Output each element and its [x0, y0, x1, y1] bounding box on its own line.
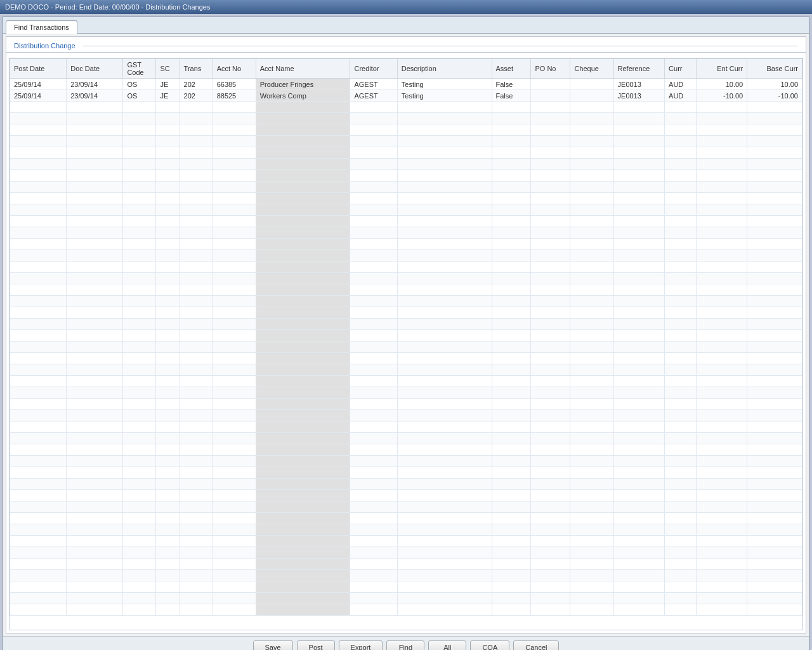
cell-postDate: 25/09/14: [10, 90, 67, 102]
empty-row: [10, 319, 802, 330]
cell-creditor: AGEST: [350, 90, 397, 102]
tab-bar: Find Transactions: [3, 17, 809, 34]
col-description: Description: [397, 59, 492, 79]
empty-row: [10, 216, 802, 227]
empty-row: [10, 136, 802, 147]
cell-acctName: Workers Comp: [256, 90, 350, 102]
empty-row: [10, 399, 802, 410]
empty-row: [10, 387, 802, 399]
empty-row: [10, 410, 802, 421]
empty-row: [10, 604, 802, 616]
cell-postDate: 25/09/14: [10, 79, 67, 90]
empty-row: [10, 433, 802, 444]
grid-wrapper[interactable]: Post Date Doc Date GSTCode SC Trans Acct…: [9, 58, 803, 630]
empty-row: [10, 147, 802, 159]
cell-baseCurr: -10.00: [747, 90, 802, 102]
cell-gstCode: OS: [123, 79, 156, 90]
empty-row: [10, 262, 802, 273]
main-window: Find Transactions Distribution Change Po…: [3, 17, 809, 650]
cell-acctNo: 66385: [213, 79, 256, 90]
empty-row: [10, 456, 802, 467]
table-row[interactable]: 25/09/1423/09/14OSJE20266385Producer Fri…: [10, 79, 802, 90]
empty-row: [10, 570, 802, 581]
empty-row: [10, 159, 802, 170]
empty-row: [10, 479, 802, 490]
empty-row: [10, 536, 802, 547]
col-acct-name: Acct Name: [256, 59, 350, 79]
title-text: DEMO DOCO - Period: End Date: 00/00/00 -…: [5, 3, 210, 11]
post-button[interactable]: Post: [297, 640, 335, 650]
empty-row: [10, 182, 802, 193]
cell-description: Testing: [397, 90, 492, 102]
table-body: 25/09/1423/09/14OSJE20266385Producer Fri…: [10, 79, 802, 616]
cell-sc: JE: [156, 90, 180, 102]
empty-row: [10, 513, 802, 524]
cell-curr: AUD: [665, 79, 697, 90]
section-header: Distribution Change: [6, 37, 806, 53]
cell-acctNo: 88525: [213, 90, 256, 102]
cell-reference: JE0013: [613, 79, 665, 90]
empty-row: [10, 353, 802, 364]
cell-entCurr: -10.00: [696, 90, 747, 102]
empty-row: [10, 124, 802, 136]
empty-row: [10, 421, 802, 433]
empty-row: [10, 113, 802, 124]
all-button[interactable]: All: [428, 640, 466, 650]
cell-cheque: [570, 79, 613, 90]
empty-row: [10, 250, 802, 262]
col-gst-code: GSTCode: [123, 59, 156, 79]
cell-sc: JE: [156, 79, 180, 90]
col-sc: SC: [156, 59, 180, 79]
col-post-date: Post Date: [10, 59, 67, 79]
empty-row: [10, 376, 802, 387]
table-row[interactable]: 25/09/1423/09/14OSJE20288525Workers Comp…: [10, 90, 802, 102]
empty-row: [10, 593, 802, 604]
col-asset: Asset: [492, 59, 531, 79]
cell-curr: AUD: [665, 90, 697, 102]
grid-container: Post Date Doc Date GSTCode SC Trans Acct…: [9, 58, 803, 630]
cell-poNo: [531, 79, 570, 90]
find-button[interactable]: Find: [386, 640, 424, 650]
save-button[interactable]: Save: [253, 640, 293, 650]
title-bar: DEMO DOCO - Period: End Date: 00/00/00 -…: [0, 0, 812, 14]
tab-find-transactions[interactable]: Find Transactions: [6, 20, 77, 34]
empty-row: [10, 547, 802, 559]
empty-row: [10, 102, 802, 113]
cell-docDate: 23/09/14: [67, 90, 123, 102]
distribution-change-link[interactable]: Distribution Change: [14, 42, 75, 50]
cell-trans: 202: [180, 90, 213, 102]
col-reference: Reference: [613, 59, 665, 79]
content-area: Distribution Change Post Date Doc Date G…: [6, 36, 806, 633]
cell-acctName: Producer Fringes: [256, 79, 350, 90]
cell-gstCode: OS: [123, 90, 156, 102]
empty-row: [10, 204, 802, 216]
empty-row: [10, 490, 802, 501]
empty-row: [10, 239, 802, 250]
cell-reference: JE0013: [613, 90, 665, 102]
empty-row: [10, 501, 802, 513]
col-trans: Trans: [180, 59, 213, 79]
empty-row: [10, 273, 802, 284]
empty-row: [10, 581, 802, 593]
cell-description: Testing: [397, 79, 492, 90]
empty-row: [10, 524, 802, 536]
cell-creditor: AGEST: [350, 79, 397, 90]
empty-row: [10, 284, 802, 296]
col-base-curr: Base Curr: [747, 59, 802, 79]
empty-row: [10, 227, 802, 239]
transactions-table: Post Date Doc Date GSTCode SC Trans Acct…: [10, 58, 802, 616]
empty-row: [10, 193, 802, 204]
cell-asset: False: [492, 90, 531, 102]
col-po-no: PO No: [531, 59, 570, 79]
col-ent-curr: Ent Curr: [696, 59, 747, 79]
cell-cheque: [570, 90, 613, 102]
cell-trans: 202: [180, 79, 213, 90]
coa-button[interactable]: COA: [470, 640, 509, 650]
col-doc-date: Doc Date: [67, 59, 123, 79]
export-button[interactable]: Export: [339, 640, 383, 650]
col-acct-no: Acct No: [213, 59, 256, 79]
col-creditor: Creditor: [350, 59, 397, 79]
empty-row: [10, 342, 802, 353]
cancel-button[interactable]: Cancel: [513, 640, 559, 650]
empty-row: [10, 307, 802, 319]
